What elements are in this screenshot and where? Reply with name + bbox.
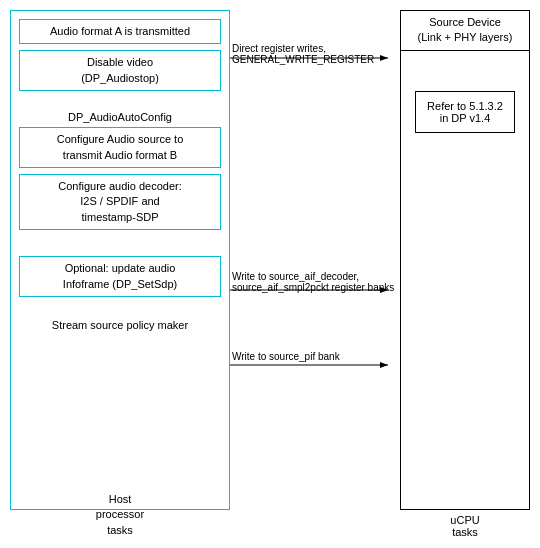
arrow3-label-1: Write to source_pif bank	[232, 351, 341, 362]
box-stream-source-policy: Stream source policy maker	[11, 315, 229, 335]
box-configure-audio-decoder: Configure audio decoder:I2S / SPDIF andt…	[19, 174, 221, 230]
arrow1-label-2: GENERAL_WRITE_REGISTER	[232, 54, 374, 65]
arrow2-label-1: Write to source_aif_decoder,	[232, 271, 359, 282]
arrow1-label-1: Direct register writes,	[232, 43, 326, 54]
arrow2-label-2: source_aif_smpl2pckt register banks	[232, 282, 394, 293]
refer-box: Refer to 5.1.3.2in DP v1.4	[415, 91, 515, 133]
ucpu-label: uCPUtasks	[400, 514, 530, 538]
box-optional-update-audio: Optional: update audioInfoframe (DP_SetS…	[19, 256, 221, 297]
left-column: Audio format A is transmitted Disable vi…	[10, 10, 230, 510]
right-column: Source Device(Link + PHY layers) Refer t…	[400, 10, 530, 510]
box-configure-audio-source: Configure Audio source totransmit Audio …	[19, 127, 221, 168]
host-processor-label: Hostprocessortasks	[10, 492, 230, 538]
dp-audio-auto-config-label: DP_AudioAutoConfig	[11, 111, 229, 125]
diagram-container: Audio format A is transmitted Disable vi…	[0, 0, 540, 548]
source-device-title: Source Device(Link + PHY layers)	[401, 11, 529, 51]
box-audio-format-a: Audio format A is transmitted	[19, 19, 221, 44]
box-disable-video: Disable video(DP_Audiostop)	[19, 50, 221, 91]
